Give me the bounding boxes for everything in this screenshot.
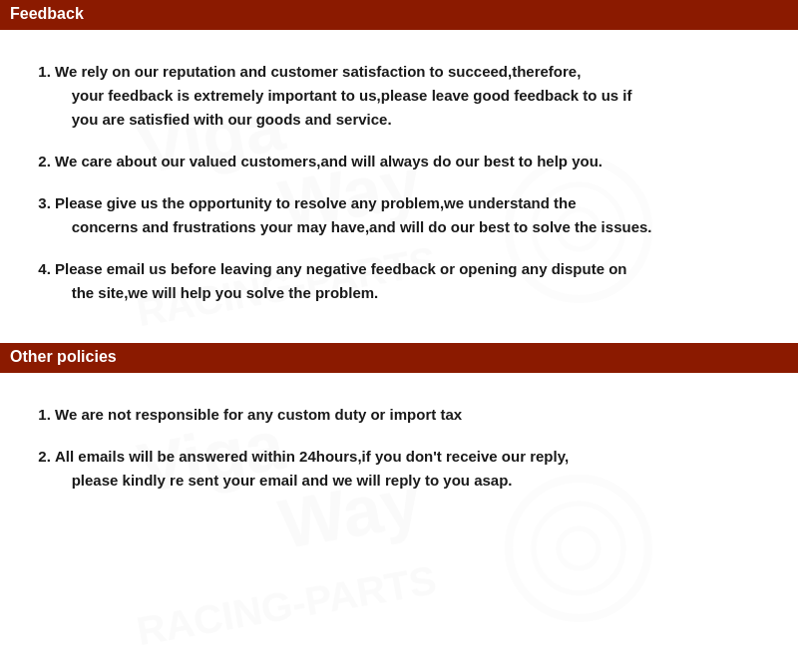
- other-policies-title: Other policies: [10, 348, 117, 366]
- other-policies-divider: [0, 371, 798, 373]
- feedback-list: We rely on our reputation and customer s…: [30, 60, 768, 305]
- other-policies-list: We are not responsible for any custom du…: [30, 403, 768, 493]
- other-policies-header: Other policies: [0, 343, 798, 371]
- feedback-title: Feedback: [10, 5, 84, 23]
- list-item: We are not responsible for any custom du…: [55, 403, 768, 427]
- svg-text:RACING-PARTS: RACING-PARTS: [134, 557, 440, 648]
- other-policies-section: Other policies We are not responsible fo…: [0, 343, 798, 530]
- list-item: Please give us the opportunity to resolv…: [55, 191, 768, 239]
- feedback-section: Feedback We rely on our reputation and c…: [0, 0, 798, 343]
- feedback-divider: [0, 28, 798, 30]
- svg-point-11: [559, 528, 598, 568]
- feedback-header: Feedback: [0, 0, 798, 28]
- list-item: We care about our valued customers,and w…: [55, 150, 768, 173]
- feedback-body: We rely on our reputation and customer s…: [0, 45, 798, 343]
- page-content: Feedback We rely on our reputation and c…: [0, 0, 798, 530]
- other-policies-body: We are not responsible for any custom du…: [0, 388, 798, 530]
- list-item: We rely on our reputation and customer s…: [55, 60, 768, 132]
- list-item: All emails will be answered within 24hou…: [55, 445, 768, 493]
- list-item: Please email us before leaving any negat…: [55, 257, 768, 305]
